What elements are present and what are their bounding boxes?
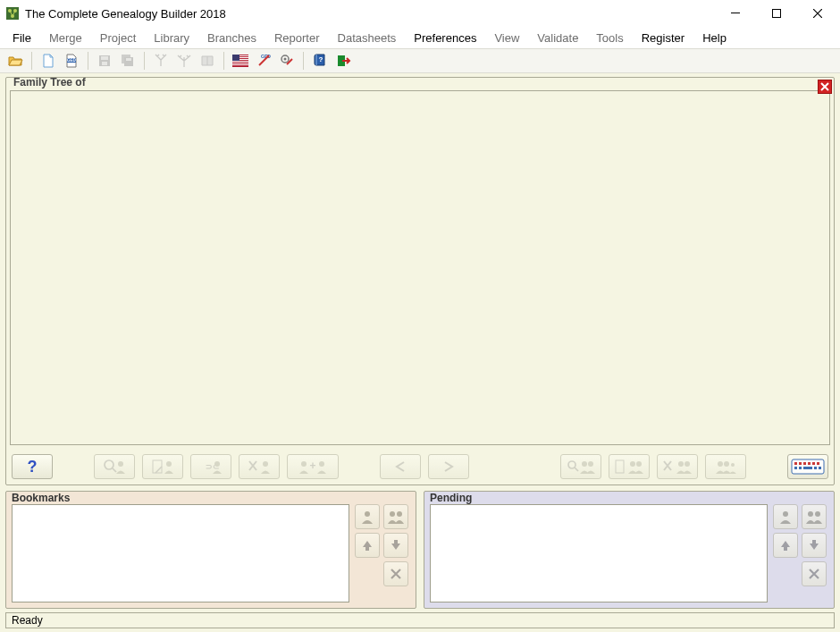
svg-rect-59 — [803, 467, 812, 469]
new-file-icon[interactable] — [38, 51, 58, 71]
close-button[interactable] — [797, 0, 838, 27]
svg-rect-57 — [794, 467, 797, 469]
pending-list[interactable] — [430, 504, 768, 603]
nav-back-button — [380, 454, 421, 479]
menu-view: View — [485, 29, 528, 46]
delete-person-button — [239, 454, 280, 479]
menu-register[interactable]: Register — [633, 29, 693, 46]
pending-add-couple-button — [802, 504, 827, 529]
find-family-button — [560, 454, 601, 479]
menu-tools: Tools — [587, 29, 632, 46]
svg-rect-10 — [102, 62, 107, 65]
find-person-button — [94, 454, 135, 479]
svg-text:?: ? — [319, 55, 323, 63]
svg-rect-53 — [803, 462, 806, 465]
svg-rect-18 — [232, 61, 248, 62]
svg-rect-51 — [794, 462, 797, 465]
pending-remove-button — [802, 561, 827, 586]
flag-us-icon[interactable] — [231, 51, 250, 71]
link-person-button: ⊃⊂ — [190, 454, 231, 479]
pending-move-up-button — [773, 533, 798, 558]
bookmarks-move-up-button — [355, 533, 380, 558]
nav-forward-button — [428, 454, 469, 479]
svg-rect-54 — [808, 462, 811, 465]
svg-point-36 — [301, 461, 307, 467]
keyboard-button[interactable] — [787, 454, 828, 479]
tree-full-icon — [174, 51, 194, 71]
svg-rect-58 — [799, 467, 802, 469]
bookmarks-add-person-button — [355, 504, 380, 529]
menu-branches: Branches — [198, 29, 265, 46]
menu-help[interactable]: Help — [693, 29, 735, 46]
svg-point-38 — [319, 461, 324, 467]
pending-move-down-button — [802, 533, 827, 558]
family-tree-close-button[interactable] — [818, 80, 832, 94]
title-bar: The Complete Genealogy Builder 2018 — [0, 0, 840, 27]
bookmarks-add-couple-button — [383, 504, 408, 529]
status-bar: Ready — [0, 609, 840, 632]
bookmarks-panel: Bookmarks — [5, 491, 416, 609]
bookmarks-list[interactable] — [12, 504, 349, 603]
svg-point-66 — [808, 511, 813, 517]
menu-bar: File Merge Project Library Branches Repo… — [0, 27, 840, 48]
svg-rect-55 — [812, 462, 815, 465]
svg-point-47 — [718, 461, 723, 467]
svg-rect-21 — [232, 55, 239, 61]
delete-family-button — [657, 454, 698, 479]
svg-point-44 — [636, 461, 642, 467]
add-couple-button: + — [287, 454, 339, 479]
menu-datasheets: Datasheets — [329, 29, 406, 46]
family-tree-toolbar: ? ⊃⊂ + — [6, 449, 834, 485]
menu-merge: Merge — [40, 29, 91, 46]
svg-point-48 — [724, 461, 729, 467]
svg-point-30 — [118, 461, 123, 467]
pending-add-person-button — [773, 504, 798, 529]
open-icon[interactable] — [5, 51, 25, 71]
svg-text:?: ? — [28, 458, 38, 476]
menu-preferences[interactable]: Preferences — [405, 29, 485, 46]
svg-point-34 — [214, 461, 220, 467]
ged-file-icon[interactable]: GED — [62, 51, 81, 71]
menu-reporter: Reporter — [265, 29, 329, 46]
family-tree-canvas[interactable] — [10, 90, 830, 445]
help-button[interactable]: ? — [12, 454, 53, 479]
exit-icon[interactable] — [333, 51, 353, 71]
bookmarks-remove-button — [383, 561, 408, 586]
minimize-button[interactable] — [715, 0, 756, 27]
bookmarks-move-down-button — [383, 533, 408, 558]
save-all-icon — [118, 51, 138, 71]
svg-point-25 — [284, 58, 287, 61]
menu-project: Project — [91, 29, 145, 46]
app-icon — [5, 6, 20, 21]
edit-person-button — [142, 454, 183, 479]
svg-point-64 — [397, 511, 402, 517]
family-tree-panel: Family Tree of ? ⊃⊂ + — [5, 77, 835, 485]
maximize-button[interactable] — [756, 0, 797, 27]
gear-wand-icon[interactable] — [277, 51, 297, 71]
bottom-panels: Bookmarks Pending — [5, 491, 835, 609]
svg-point-67 — [815, 511, 820, 517]
svg-rect-52 — [799, 462, 802, 465]
svg-point-65 — [783, 511, 788, 517]
svg-rect-5 — [773, 10, 781, 18]
pending-caption: Pending — [430, 492, 472, 504]
svg-text:+: + — [309, 459, 315, 472]
menu-library: Library — [145, 29, 198, 46]
save-icon — [95, 51, 114, 71]
status-text: Ready — [5, 612, 835, 628]
svg-rect-13 — [126, 58, 131, 61]
tree-branch-icon — [151, 51, 171, 71]
menu-file[interactable]: File — [4, 29, 40, 46]
svg-rect-4 — [731, 13, 740, 13]
svg-point-63 — [390, 511, 395, 517]
svg-rect-61 — [819, 467, 821, 469]
menu-validate: Validate — [528, 29, 587, 46]
svg-point-40 — [582, 461, 587, 467]
ged-wand-icon[interactable]: GED — [254, 51, 273, 71]
svg-rect-56 — [817, 462, 819, 465]
help-book-icon[interactable]: ? — [310, 51, 330, 71]
edit-family-button — [609, 454, 650, 479]
svg-rect-20 — [232, 64, 248, 65]
svg-point-49 — [731, 463, 735, 467]
main-toolbar: GED GED ? — [0, 48, 840, 73]
